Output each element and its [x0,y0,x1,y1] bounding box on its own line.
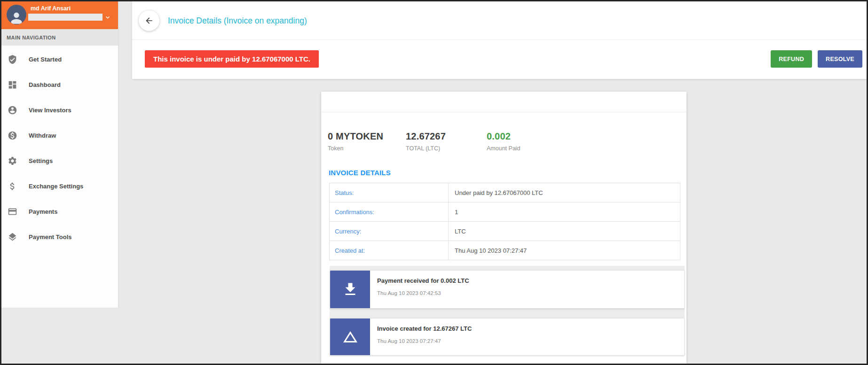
detail-value: Thu Aug 10 2023 07:27:47 [449,241,680,260]
sidebar-item-settings[interactable]: Settings [1,148,118,173]
sidebar-item-get-started[interactable]: Get Started [1,47,118,72]
invoice-timeline: Payment received for 0.002 LTC Thu Aug 1… [330,266,685,356]
sidebar-item-view-investors[interactable]: View Investors [1,97,118,123]
triangle-icon [330,318,370,355]
sidebar-item-label: Dashboard [29,81,61,88]
sidebar-item-label: Payments [29,208,57,215]
timeline-entry-invoice-created: Invoice created for 12.67267 LTC Thu Aug… [330,318,685,356]
back-button[interactable] [139,10,159,31]
card-top-strip [321,92,687,112]
timeline-timestamp: Thu Aug 10 2023 07:27:47 [377,338,472,344]
stat-total: 12.67267 TOTAL (LTC) [406,131,487,152]
user-panel: md Arif Ansari [1,1,118,29]
user-dropdown-field[interactable] [28,14,103,21]
person-icon [8,10,24,24]
user-name: md Arif Ansari [31,5,71,12]
chevron-down-icon[interactable] [104,14,111,21]
layers-icon [8,232,17,242]
resolve-button[interactable]: RESOLVE [818,50,862,68]
invoice-details-heading: INVOICE DETAILS [329,169,687,177]
dashboard-icon [8,80,17,90]
avatar [7,5,26,24]
table-row: Currency: LTC [330,222,680,241]
sidebar-item-label: Exchange Settings [29,183,83,190]
refund-button[interactable]: REFUND [771,50,812,68]
sidebar: md Arif Ansari MAIN NAVIGATION Get Start… [1,1,118,308]
stat-label: TOTAL (LTC) [406,145,487,152]
sidebar-item-dashboard[interactable]: Dashboard [1,72,118,97]
table-row: Confirmations: 1 [330,202,680,222]
sidebar-item-label: Withdraw [29,132,56,139]
stat-label: Token [328,145,406,152]
gear-icon [8,156,17,166]
detail-value: Under paid by 12.67067000 LTC [449,183,680,202]
sidebar-section-label: MAIN NAVIGATION [1,29,118,46]
timeline-title: Invoice created for 12.67267 LTC [377,325,472,332]
underpaid-alert: This invoice is under paid by 12.6706700… [145,50,319,68]
sidebar-nav: Get Started Dashboard View Investors Wit… [1,46,118,249]
app-window: md Arif Ansari MAIN NAVIGATION Get Start… [0,0,868,365]
invoice-stats: 0 MYTOKEN Token 12.67267 TOTAL (LTC) 0.0… [321,112,687,165]
title-row: Invoice Details (Invoice on expanding) [132,1,867,40]
detail-label: Status: [330,183,449,202]
stat-value: 0.002 [487,131,687,142]
stat-value: 0 MYTOKEN [328,131,406,142]
sidebar-item-withdraw[interactable]: Withdraw [1,123,118,148]
alert-row: This invoice is under paid by 12.6706700… [132,40,867,78]
header-actions: REFUND RESOLVE [771,50,862,68]
detail-label: Created at: [330,241,449,260]
arrow-left-icon [144,16,154,25]
sidebar-item-label: Get Started [29,56,62,63]
person-circle-icon [8,105,17,115]
sidebar-item-label: View Investors [29,107,71,114]
download-icon [330,271,370,308]
shield-check-icon [8,54,17,64]
sidebar-item-label: Settings [29,157,53,164]
sidebar-item-label: Payment Tools [29,233,72,241]
credit-card-icon [8,207,17,217]
stat-value: 12.67267 [406,131,487,142]
stat-label: Amount Paid [487,145,687,152]
detail-label: Currency: [330,222,449,241]
dollar-icon [8,181,17,191]
sidebar-item-payments[interactable]: Payments [1,199,118,224]
timeline-title: Payment received for 0.002 LTC [377,277,469,284]
detail-value: 1 [449,202,680,222]
timeline-entry-body: Payment received for 0.002 LTC Thu Aug 1… [370,271,469,308]
stat-amount-paid: 0.002 Amount Paid [487,131,687,152]
detail-value: LTC [449,222,680,241]
table-row: Created at: Thu Aug 10 2023 07:27:47 [330,241,680,260]
sidebar-item-payment-tools[interactable]: Payment Tools [1,224,118,249]
page-header: Invoice Details (Invoice on expanding) T… [132,1,867,79]
timeline-entry-payment-received: Payment received for 0.002 LTC Thu Aug 1… [330,270,685,309]
detail-label: Confirmations: [330,202,449,222]
dollar-circle-icon [8,131,17,140]
sidebar-item-exchange-settings[interactable]: Exchange Settings [1,173,118,199]
timeline-entry-body: Invoice created for 12.67267 LTC Thu Aug… [370,318,472,355]
stat-token: 0 MYTOKEN Token [328,131,406,152]
invoice-details-table: Status: Under paid by 12.67067000 LTC Co… [329,183,680,260]
invoice-card: 0 MYTOKEN Token 12.67267 TOTAL (LTC) 0.0… [321,92,687,364]
table-row: Status: Under paid by 12.67067000 LTC [330,183,680,202]
timeline-timestamp: Thu Aug 10 2023 07:42:53 [377,290,469,296]
page-title: Invoice Details (Invoice on expanding) [168,16,307,26]
